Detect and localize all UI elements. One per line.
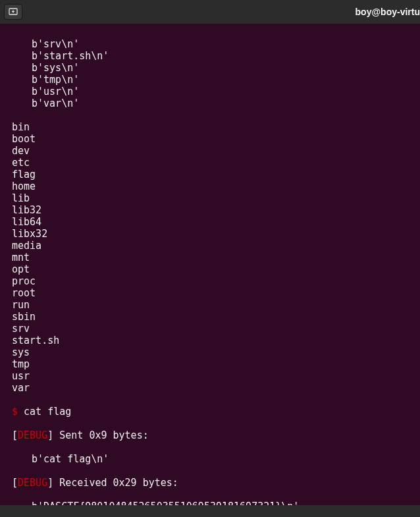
list-item: dev [0, 145, 420, 157]
debug-tag: DEBUG [18, 477, 47, 489]
debug-tag: DEBUG [18, 429, 47, 441]
list-item: sys [0, 346, 420, 358]
list-item: opt [0, 263, 420, 275]
list-item: srv [0, 323, 420, 335]
terminal-output[interactable]: b'srv\n'b'start.sh\n'b'sys\n'b'tmp\n'b'u… [0, 24, 420, 517]
debug-data: b'cat flag\n' [0, 453, 420, 465]
byte-line: b'var\n' [0, 97, 420, 109]
list-item: tmp [0, 358, 420, 370]
command-text: cat flag [18, 406, 71, 418]
list-item: proc [0, 275, 420, 287]
new-tab-icon [8, 7, 18, 17]
byte-line: b'start.sh\n' [0, 50, 420, 62]
list-item: lib [0, 192, 420, 204]
list-item: media [0, 240, 420, 252]
list-item: bin [0, 121, 420, 133]
list-item: libx32 [0, 228, 420, 240]
list-item: etc [0, 157, 420, 169]
prompt-line: $ cat flag [0, 406, 420, 418]
byte-line: b'usr\n' [0, 86, 420, 97]
bottom-bar [0, 505, 420, 517]
list-item: flag [0, 169, 420, 180]
new-tab-button[interactable] [4, 4, 22, 20]
list-item: start.sh [0, 335, 420, 346]
window-title: boy@boy-virtu [355, 6, 420, 18]
titlebar: boy@boy-virtu [0, 0, 420, 24]
prompt-symbol: $ [12, 406, 18, 418]
list-item: mnt [0, 252, 420, 263]
list-item: run [0, 299, 420, 311]
list-item: boot [0, 133, 420, 145]
byte-line: b'tmp\n' [0, 74, 420, 86]
debug-line: [DEBUG] Sent 0x9 bytes: [0, 429, 420, 441]
list-item: sbin [0, 311, 420, 323]
list-item: var [0, 382, 420, 394]
list-item: lib64 [0, 216, 420, 228]
list-item: root [0, 287, 420, 299]
list-item: lib32 [0, 204, 420, 216]
debug-line: [DEBUG] Received 0x29 bytes: [0, 477, 420, 489]
byte-line: b'srv\n' [0, 38, 420, 50]
list-item: usr [0, 370, 420, 382]
list-item: home [0, 180, 420, 192]
byte-line: b'sys\n' [0, 62, 420, 74]
